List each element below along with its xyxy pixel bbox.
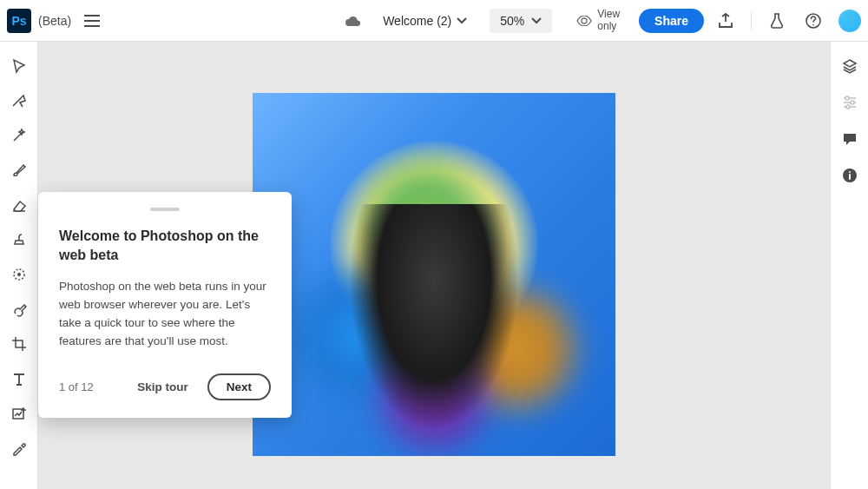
comment-icon [842,132,858,146]
magic-wand-icon [11,128,27,143]
eyedropper-icon [11,440,27,456]
user-avatar[interactable] [838,10,861,32]
crop-tool[interactable] [6,335,32,353]
cloud-status-icon [345,15,362,27]
document-canvas[interactable] [253,93,615,456]
gradient-icon [11,301,27,317]
help-icon [806,13,821,29]
svg-point-2 [17,273,21,276]
sliders-icon [842,96,858,109]
beaker-icon [770,13,784,29]
add-image-tool[interactable] [6,405,32,422]
chevron-down-icon [531,17,542,24]
hamburger-menu-button[interactable] [78,7,106,35]
eyedropper-tool[interactable] [6,439,32,457]
tour-popover: Welcome to Photoshop on the web beta Pho… [38,192,292,418]
svg-point-6 [846,105,850,109]
add-image-icon [11,406,27,421]
export-button[interactable] [711,6,740,36]
hamburger-icon [84,15,100,27]
move-icon [12,58,26,74]
right-panel [830,42,868,489]
type-icon [12,372,26,386]
comments-panel-button[interactable] [837,130,863,148]
properties-panel-button[interactable] [837,94,863,111]
lasso-tool[interactable] [6,92,32,109]
app-header: Ps (Beta) Welcome (2) 50% View only Shar… [0,0,868,42]
skip-tour-button[interactable]: Skip tour [137,380,188,393]
layers-panel-button[interactable] [837,57,863,75]
svg-point-4 [845,96,849,100]
move-tool[interactable] [6,57,32,75]
lasso-icon [11,94,27,108]
document-selector[interactable]: Welcome (2) [374,9,476,33]
eye-icon [576,16,592,26]
svg-point-5 [851,101,854,104]
tour-step-counter: 1 of 12 [59,380,94,393]
help-button[interactable] [799,6,828,36]
crop-icon [11,336,27,352]
document-name: Welcome (2) [383,14,451,28]
info-icon [842,168,858,183]
info-panel-button[interactable] [837,167,863,184]
photoshop-logo-icon: Ps [7,9,31,33]
chevron-down-icon [457,17,467,24]
type-tool[interactable] [6,370,32,387]
eraser-icon [11,198,27,212]
brush-tool[interactable] [6,162,32,179]
zoom-value: 50% [500,14,524,28]
eraser-tool[interactable] [6,196,32,214]
view-only-indicator: View only [576,9,620,31]
export-icon [718,13,733,29]
clone-stamp-tool[interactable] [6,231,32,248]
clone-stamp-icon [11,232,27,248]
labs-button[interactable] [762,6,792,36]
spot-heal-icon [11,267,27,282]
spot-heal-tool[interactable] [6,266,32,283]
tour-title: Welcome to Photoshop on the web beta [59,227,271,264]
beta-label: (Beta) [38,14,71,28]
left-toolbar [0,42,38,489]
share-button[interactable]: Share [639,9,704,33]
next-button[interactable]: Next [207,373,271,400]
brush-icon [11,162,27,178]
popover-handle[interactable] [150,208,180,211]
gradient-tool[interactable] [6,301,32,318]
layers-icon [842,58,858,74]
tour-body: Photoshop on the web beta runs in your w… [59,278,271,351]
magic-wand-tool[interactable] [6,127,32,144]
zoom-selector[interactable]: 50% [490,9,552,33]
